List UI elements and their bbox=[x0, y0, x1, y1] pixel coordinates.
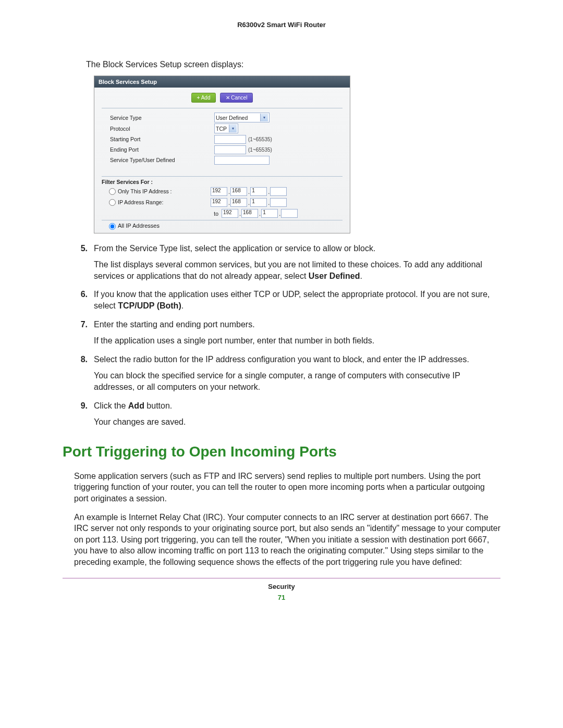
service-type-value: User Defined bbox=[216, 115, 248, 121]
footer-page-number: 71 bbox=[63, 594, 500, 601]
bold-text: TCP/UDP (Both) bbox=[118, 301, 181, 310]
step-number: 5. bbox=[63, 243, 94, 282]
ip-dot: . bbox=[268, 200, 270, 206]
user-defined-label: Service Type/User Defined bbox=[110, 157, 214, 163]
chevron-down-icon: ▾ bbox=[229, 125, 237, 132]
step-6: 6. If you know that the application uses… bbox=[63, 289, 498, 311]
protocol-label: Protocol bbox=[110, 126, 214, 132]
ip-range-to-group: 192. 168. 1. bbox=[222, 209, 298, 218]
page-footer: Security 71 bbox=[63, 583, 500, 601]
port-hint: (1~65535) bbox=[248, 137, 272, 142]
bold-text: Add bbox=[128, 401, 144, 410]
ip-range-from-group: 192. 168. 1. bbox=[211, 198, 287, 207]
ip-octet-input[interactable] bbox=[281, 209, 298, 218]
filter-services-header: Filter Services For : bbox=[102, 176, 342, 185]
block-services-screenshot: Block Services Setup + Add ✕ Cancel Serv… bbox=[94, 76, 350, 233]
only-ip-radio[interactable] bbox=[109, 188, 116, 195]
step-text: You can block the specified service for … bbox=[94, 370, 498, 392]
ending-port-label: Ending Port bbox=[110, 146, 214, 153]
text-run: . bbox=[360, 272, 362, 280]
ip-octet-input[interactable]: 192 bbox=[222, 209, 238, 218]
all-ip-radio[interactable] bbox=[109, 223, 116, 230]
ip-dot: . bbox=[248, 189, 250, 195]
ip-octet-input[interactable]: 1 bbox=[250, 187, 267, 196]
protocol-select[interactable]: TCP ▾ bbox=[214, 124, 238, 133]
service-type-label: Service Type bbox=[110, 115, 214, 121]
bold-text: User Defined bbox=[309, 272, 360, 280]
ip-dot: . bbox=[228, 189, 230, 195]
ip-range-to-label: to bbox=[109, 211, 222, 217]
only-ip-group: 192. 168. 1. bbox=[211, 187, 287, 196]
step-text: From the Service Type list, select the a… bbox=[94, 243, 498, 254]
protocol-value: TCP bbox=[216, 126, 227, 132]
step-text: The list displays several common service… bbox=[94, 259, 498, 281]
body-paragraph: Some application servers (such as FTP an… bbox=[74, 471, 500, 504]
text-run: . bbox=[181, 301, 183, 310]
step-number: 6. bbox=[63, 289, 94, 311]
ip-range-radio-label[interactable]: IP Address Range: bbox=[109, 199, 211, 206]
ip-octet-input[interactable]: 192 bbox=[211, 198, 227, 207]
ip-octet-input[interactable]: 1 bbox=[250, 198, 267, 207]
ip-octet-input[interactable]: 1 bbox=[261, 209, 278, 218]
cancel-button[interactable]: ✕ Cancel bbox=[220, 93, 253, 103]
user-defined-input[interactable] bbox=[214, 156, 270, 165]
body-paragraph: An example is Internet Relay Chat (IRC).… bbox=[74, 512, 500, 568]
chevron-down-icon: ▾ bbox=[260, 114, 268, 121]
ip-range-text: IP Address Range: bbox=[118, 199, 163, 205]
step-text: Enter the starting and ending port numbe… bbox=[94, 319, 498, 330]
document-header: R6300v2 Smart WiFi Router bbox=[63, 21, 500, 29]
starting-port-label: Starting Port bbox=[110, 136, 214, 142]
screenshot-toolbar: + Add ✕ Cancel bbox=[102, 90, 342, 108]
ip-dot: . bbox=[239, 211, 241, 217]
ip-dot: . bbox=[248, 200, 250, 206]
step-number: 9. bbox=[63, 400, 94, 428]
starting-port-input[interactable] bbox=[214, 135, 246, 144]
all-ip-text: All IP Addresses bbox=[118, 223, 160, 229]
only-ip-radio-label[interactable]: Only This IP Address : bbox=[109, 188, 211, 195]
screenshot-titlebar: Block Services Setup bbox=[94, 76, 350, 88]
ip-dot: . bbox=[268, 189, 270, 195]
step-text: If you know that the application uses ei… bbox=[94, 289, 498, 311]
ip-octet-input[interactable] bbox=[270, 187, 287, 196]
footer-divider bbox=[63, 578, 500, 578]
text-run: button. bbox=[144, 401, 172, 410]
ip-octet-input[interactable]: 192 bbox=[211, 187, 227, 196]
step-text: If the application uses a single port nu… bbox=[94, 335, 498, 347]
ip-octet-input[interactable]: 168 bbox=[230, 187, 247, 196]
only-ip-text: Only This IP Address : bbox=[118, 188, 172, 194]
add-button[interactable]: + Add bbox=[191, 93, 216, 103]
step-7: 7. Enter the starting and ending port nu… bbox=[63, 319, 498, 347]
text-run: Click the bbox=[94, 401, 128, 410]
step-number: 7. bbox=[63, 319, 94, 347]
text-run: The list displays several common service… bbox=[94, 260, 482, 280]
ip-dot: . bbox=[279, 211, 280, 217]
step-number: 8. bbox=[63, 354, 94, 393]
ip-octet-input[interactable] bbox=[270, 198, 287, 207]
footer-section-name: Security bbox=[63, 583, 500, 590]
ending-port-input[interactable] bbox=[214, 145, 246, 154]
section-heading: Port Triggering to Open Incoming Ports bbox=[63, 443, 500, 460]
port-hint: (1~65535) bbox=[248, 147, 272, 153]
step-8: 8. Select the radio button for the IP ad… bbox=[63, 354, 498, 393]
step-9: 9. Click the Add button. Your changes ar… bbox=[63, 400, 498, 428]
step-text: Click the Add button. bbox=[94, 400, 498, 412]
step-text: Your changes are saved. bbox=[94, 416, 498, 428]
step-text: Select the radio button for the IP addre… bbox=[94, 354, 498, 365]
all-ip-radio-label[interactable]: All IP Addresses bbox=[109, 223, 160, 230]
ip-dot: . bbox=[228, 200, 230, 206]
ip-dot: . bbox=[259, 211, 261, 217]
step-5: 5. From the Service Type list, select th… bbox=[63, 243, 498, 282]
ip-range-radio[interactable] bbox=[109, 199, 116, 206]
service-type-select[interactable]: User Defined ▾ bbox=[214, 113, 270, 122]
ip-octet-input[interactable]: 168 bbox=[241, 209, 258, 218]
ip-octet-input[interactable]: 168 bbox=[230, 198, 247, 207]
intro-text: The Block Services Setup screen displays… bbox=[86, 60, 500, 69]
